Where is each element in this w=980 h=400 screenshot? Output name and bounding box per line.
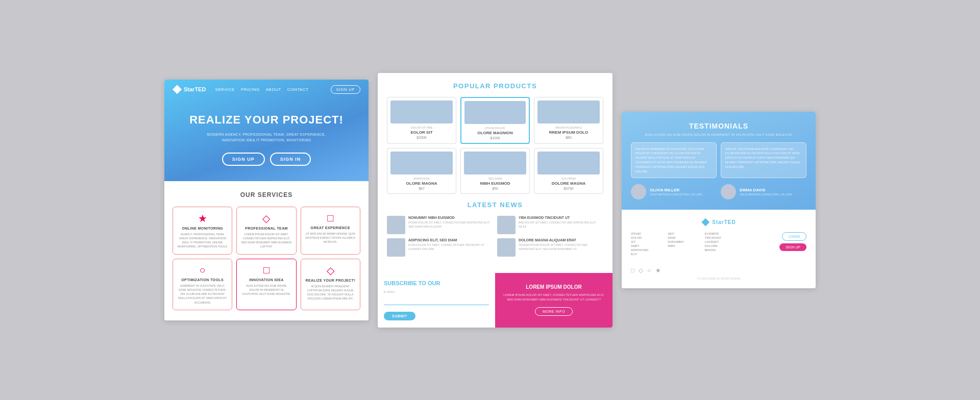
hero-subtitle: MODERN AGENCY, PROFESSIONAL TEAM, GREAT … — [175, 132, 358, 143]
nav-signup-button[interactable]: SIGN UP — [331, 85, 360, 94]
hero-signup-button[interactable]: SIGN UP — [222, 153, 265, 166]
service-card-5: □ INNOVATION IDEA DUIS AUTEM VEL EUM IRI… — [236, 259, 296, 310]
product-3: MAGNA ALIQUAM Q RREM IPSUM DOLO $80 — [534, 97, 603, 144]
cta-more-button[interactable]: MORE INFO — [535, 307, 573, 316]
square-icon-5: □ — [241, 264, 291, 276]
footer-login-button[interactable]: LOGIN — [782, 232, 806, 241]
subscribe-title: SUBSCRIBE TO OUR — [384, 280, 489, 286]
svc-desc-1: AGENCY, PROFESSIONAL TEAM, GREAT EXPERIE… — [177, 232, 228, 249]
product-label-3: MAGNA ALIQUAM Q — [537, 126, 600, 129]
footer-col-1-item-5: ADIPISCING — [631, 248, 665, 252]
footer-col-1-item-4: AMET — [631, 244, 665, 247]
footer-square-icon: □ — [631, 267, 634, 274]
footer-cols: IPSUM DOLOR SIT AMET ADIPISCING ELIT SEO… — [631, 232, 775, 257]
news-title: LATEST NEWS — [387, 201, 603, 209]
footer-buttons: LOGIN SIGN UP — [779, 232, 806, 251]
news-item-4: DOLORE MAGNA ALIQUAM ERAT TKREIM IPSUM D… — [497, 238, 603, 257]
panel3-footer: StarTED IPSUM DOLOR SIT AMET ADIPISCING … — [622, 210, 816, 288]
cta-title: LOREM IPSUM DOLOR — [526, 284, 581, 290]
footer-col-2: SEO DIAM NONUMMY NIBH — [668, 232, 701, 257]
footer-signup-button[interactable]: SIGN UP — [779, 243, 806, 251]
author-name-1: OLIVIA MILLER — [650, 188, 702, 192]
hero-signin-button[interactable]: SIGN IN — [270, 153, 311, 166]
news-item-desc-4: TKREIM IPSUM DOLOR SIT AMET, CONSECTETUE… — [519, 243, 603, 252]
product-name-6: DOLORE MAGNA — [537, 181, 600, 186]
svc-title-4: OPTIMIZATION TOOLS — [177, 278, 228, 282]
testimonials-cards: DOLOR IN HENDRERIT IN VULPUTATE, VELIT E… — [631, 142, 806, 179]
author-avatar-1 — [631, 184, 646, 199]
product-1: DOLOR SIT AME EOLOR SIT $2300 — [387, 97, 456, 144]
diamond-icon-2: ◇ — [241, 212, 291, 224]
circle-icon-4: ○ — [177, 264, 228, 276]
product-thumb-3 — [537, 101, 600, 123]
product-label-1: DOLOR SIT AME — [390, 126, 453, 129]
product-label-6: EGLOREM — [537, 177, 600, 180]
svc-title-2: PROFESSIONAL TEAM — [241, 227, 291, 230]
svc-desc-4: ENIBRERIT IN VULPUTATE VELIT ESSE MOLEST… — [177, 284, 228, 305]
news-thumb-4 — [497, 238, 516, 257]
product-thumb-6 — [537, 152, 600, 174]
news-row-2: ADIPISCING ELIT, SED DIAM EUIM DOLOR SIT… — [387, 238, 603, 257]
product-thumb-4 — [390, 152, 453, 174]
logo: StarTED — [173, 85, 206, 94]
subscribe-box: SUBSCRIBE TO OUR E-MAIL SUBMIT — [378, 273, 495, 328]
news-thumb-3 — [387, 238, 405, 257]
product-price-6: $3790 — [537, 187, 600, 190]
svc-desc-2: LOREM IPSUM DOLOR SIT AMET, CONSECTETUER… — [241, 232, 291, 249]
footer-col-1-item-6: ELIT — [631, 253, 665, 256]
svc-title-6: REALIZE YOUR PROJECT! — [305, 279, 356, 282]
footer-col-3-item-3: LAOREET — [705, 240, 739, 243]
footer-col-3-item-1: EUISMOD — [705, 232, 739, 235]
svc-title-5: INNOVATION IDEA — [241, 278, 291, 282]
footer-star-icon: ★ — [655, 267, 661, 274]
product-name-3: RREM IPSUM DOLO — [537, 130, 600, 135]
authors-row: OLIVIA MILLER JULIA WATSON CONSULTING, U… — [631, 184, 806, 199]
author-info-2: EMMA DAVIS JULIA WATSON CONSULTING, UX L… — [740, 188, 792, 196]
product-price-1: $2300 — [390, 136, 453, 139]
footer-col-3-item-4: DOLORE — [705, 244, 739, 247]
author-role-1: JULIA WATSON CONSULTING, UX LOIN — [650, 193, 702, 196]
author-name-2: EMMA DAVIS — [740, 188, 792, 192]
nav-about[interactable]: ABOUT — [266, 87, 281, 92]
subscribe-input[interactable] — [384, 298, 489, 305]
testimonials-subtitle: DUIS AUTEM VEL EUM IRIURE DOLOR IN HENDR… — [631, 133, 806, 136]
news-section: LATEST NEWS NONUMMY NIBH EUISMOD IPSUM D… — [387, 201, 603, 257]
product-thumb-2 — [464, 101, 526, 124]
author-info-1: OLIVIA MILLER JULIA WATSON CONSULTING, U… — [650, 188, 702, 196]
author-2: EMMA DAVIS JULIA WATSON CONSULTING, UX L… — [721, 184, 806, 199]
footer-col-2-item-2: DIAM — [668, 236, 701, 239]
nav-service[interactable]: SERVICE — [215, 87, 234, 92]
product-6: EGLOREM DOLORE MAGNA $3790 — [534, 148, 603, 194]
product-name-4: OLORE MAGNA — [390, 181, 453, 186]
test-card-1: DOLOR IN HENDRERIT IN VULPUTATE, VELIT E… — [631, 142, 717, 179]
subscribe-label: E-MAIL — [384, 290, 489, 293]
footer-logo-icon — [701, 218, 709, 226]
subscribe-submit-button[interactable]: SUBMIT — [384, 312, 415, 320]
news-item-2: YBH EUISMOD TINCIDUNT UT BIM DOLOR SIT A… — [497, 216, 603, 234]
svc-desc-6: M QUIS BLANDIT PRAESENT LUPTATUM ZZRIL D… — [305, 284, 356, 301]
news-row-1: NONUMMY NIBH EUISMOD IPSUM DOLOR SIT AME… — [387, 216, 603, 234]
news-item-desc-3: EUIM DOLOR SIT AMET, CONSECTETUER TINCID… — [408, 243, 493, 252]
footer-logo-row: StarTED — [631, 218, 806, 226]
nav-contact[interactable]: CONTACT — [287, 87, 309, 92]
nav-links: SERVICE PRICING ABOUT CONTACT — [215, 87, 308, 92]
panel-testimonials: Testimonials DUIS AUTEM VEL EUM IRIURE D… — [622, 112, 816, 289]
services-grid: ★ ONLINE MONITORING AGENCY, PROFESSIONAL… — [173, 207, 360, 310]
nav-pricing[interactable]: PRICING — [241, 87, 260, 92]
footer-col-1-item-2: DOLOR — [631, 236, 665, 239]
product-name-1: EOLOR SIT — [390, 130, 453, 135]
panel2-main: POPULAR PRODUCTS DOLOR SIT AME EOLOR SIT… — [378, 73, 612, 273]
news-item-1: NONUMMY NIBH EUISMOD IPSUM DOLOR SIT AME… — [387, 216, 493, 234]
product-label-2: IPSUM DOLOR — [464, 127, 526, 130]
testimonials-title: Testimonials — [631, 122, 806, 130]
product-price-3: $80 — [537, 136, 600, 139]
author-role-2: JULIA WATSON CONSULTING, UX LOIN — [740, 193, 792, 196]
footer-bottom-text: UT WISI ENIM AD MINIM VENIAM — [631, 277, 806, 280]
news-thumb-1 — [387, 216, 405, 234]
footer-col-1-item-1: IPSUM — [631, 232, 665, 235]
product-price-4: $87 — [390, 187, 453, 190]
footer-col-1-item-3: SIT — [631, 240, 665, 243]
news-item-title-3: ADIPISCING ELIT, SED DIAM — [408, 238, 493, 242]
footer-col-2-item-4: NIBH — [668, 244, 701, 247]
product-price-2: $1000 — [464, 136, 526, 140]
